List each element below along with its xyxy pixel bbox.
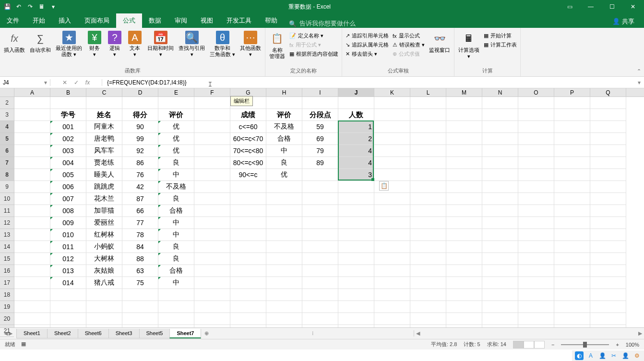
cell-E3[interactable]: 评价 <box>158 109 194 121</box>
cell-D3[interactable]: 得分 <box>122 109 158 121</box>
scroll-right-button[interactable]: ▶ <box>638 330 642 337</box>
cell-B19[interactable] <box>50 301 86 313</box>
cell-D19[interactable] <box>122 301 158 313</box>
zoom-slider[interactable] <box>561 344 609 345</box>
cell-Q2[interactable] <box>590 97 626 109</box>
tab-formulas[interactable]: 公式 <box>116 13 142 28</box>
cell-E11[interactable]: 合格 <box>158 205 194 217</box>
cell-O5[interactable] <box>518 133 554 145</box>
cell-P21[interactable] <box>554 325 590 327</box>
cell-E14[interactable]: 良 <box>158 241 194 253</box>
cell-P14[interactable] <box>554 241 590 253</box>
tab-layout[interactable]: 页面布局 <box>78 13 116 28</box>
cell-H7[interactable]: 良 <box>266 157 302 169</box>
cell-I12[interactable] <box>302 217 338 229</box>
normal-view-button[interactable] <box>513 341 524 349</box>
expand-formula-bar[interactable]: ▾ <box>634 79 644 86</box>
row-header-19[interactable]: 19 <box>0 301 14 313</box>
cell-Q20[interactable] <box>590 313 626 325</box>
cell-C19[interactable] <box>86 301 122 313</box>
cell-C9[interactable]: 跳跳虎 <box>86 181 122 193</box>
cell-F12[interactable] <box>194 217 230 229</box>
cell-J18[interactable] <box>338 289 374 301</box>
sheet-tab-sheet1[interactable]: Sheet1 <box>16 329 48 338</box>
col-header-F[interactable]: F <box>194 88 230 96</box>
cell-J2[interactable] <box>338 97 374 109</box>
col-header-D[interactable]: D <box>122 88 158 96</box>
cell-J6[interactable]: 4 <box>338 145 374 157</box>
cell-L21[interactable] <box>410 325 446 327</box>
cell-E18[interactable] <box>158 289 194 301</box>
col-header-P[interactable]: P <box>554 88 590 96</box>
cell-E21[interactable] <box>158 325 194 327</box>
tab-review[interactable]: 审阅 <box>168 13 194 28</box>
cell-Q3[interactable] <box>590 109 626 121</box>
cell-H12[interactable] <box>266 217 302 229</box>
cell-I3[interactable]: 分段点 <box>302 109 338 121</box>
cell-C10[interactable]: 花木兰 <box>86 193 122 205</box>
cell-Q17[interactable] <box>590 277 626 289</box>
cell-K21[interactable] <box>374 325 410 327</box>
cell-N12[interactable] <box>482 217 518 229</box>
cell-I11[interactable] <box>302 205 338 217</box>
cell-I10[interactable] <box>302 193 338 205</box>
trace-dependents-button[interactable]: ↘ 追踪从属单元格 <box>344 41 390 49</box>
cell-H10[interactable] <box>266 193 302 205</box>
cell-M17[interactable] <box>446 277 482 289</box>
cell-D7[interactable]: 86 <box>122 157 158 169</box>
cell-L18[interactable] <box>410 289 446 301</box>
cell-G15[interactable] <box>230 253 266 265</box>
cell-O18[interactable] <box>518 289 554 301</box>
cell-O3[interactable] <box>518 109 554 121</box>
cell-F3[interactable] <box>194 109 230 121</box>
row-header-2[interactable]: 2 <box>0 97 14 109</box>
cell-J14[interactable] <box>338 241 374 253</box>
cell-E16[interactable]: 合格 <box>158 265 194 277</box>
cell-L4[interactable] <box>410 121 446 133</box>
cell-F18[interactable] <box>194 289 230 301</box>
cell-L12[interactable] <box>410 217 446 229</box>
cell-J4[interactable]: 1 <box>338 121 374 133</box>
name-box[interactable]: J4▾ <box>0 79 50 86</box>
cell-D17[interactable]: 75 <box>122 277 158 289</box>
cell-N15[interactable] <box>482 253 518 265</box>
cell-F2[interactable] <box>194 97 230 109</box>
redo-button[interactable]: ↷ <box>25 1 36 12</box>
formula-input[interactable]: {=FREQUENCY(D4:D17,I4:I8)}𝙸 <box>102 79 634 86</box>
cell-G20[interactable] <box>230 313 266 325</box>
name-manager-button[interactable]: 📋名称 管理器 <box>267 30 287 60</box>
cell-G6[interactable]: 70<=c<80 <box>230 145 266 157</box>
cell-C4[interactable]: 阿童木 <box>86 121 122 133</box>
cell-J12[interactable] <box>338 217 374 229</box>
cell-B18[interactable] <box>50 289 86 301</box>
row-header-14[interactable]: 14 <box>0 241 14 253</box>
cell-L2[interactable] <box>410 97 446 109</box>
cell-M6[interactable] <box>446 145 482 157</box>
cell-H2[interactable] <box>266 97 302 109</box>
cell-I6[interactable]: 79 <box>302 145 338 157</box>
calc-button[interactable]: 🖩 <box>36 1 47 12</box>
trace-precedents-button[interactable]: ↗ 追踪引用单元格 <box>344 32 390 40</box>
cell-Q4[interactable] <box>590 121 626 133</box>
cell-B2[interactable] <box>50 97 86 109</box>
cell-I18[interactable] <box>302 289 338 301</box>
tell-me-search[interactable]: 🔍 告诉我你想要做什么 <box>289 19 356 28</box>
cell-M10[interactable] <box>446 193 482 205</box>
cell-G10[interactable] <box>230 193 266 205</box>
cell-N16[interactable] <box>482 265 518 277</box>
cell-Q18[interactable] <box>590 289 626 301</box>
cell-D5[interactable]: 99 <box>122 133 158 145</box>
cell-O4[interactable] <box>518 121 554 133</box>
cell-C11[interactable]: 加菲猫 <box>86 205 122 217</box>
define-name-button[interactable]: 📝 定义名称 ▾ <box>288 32 340 40</box>
cell-O11[interactable] <box>518 205 554 217</box>
cell-J16[interactable] <box>338 265 374 277</box>
cell-K3[interactable] <box>374 109 410 121</box>
row-header-5[interactable]: 5 <box>0 133 14 145</box>
cell-L14[interactable] <box>410 241 446 253</box>
cell-E5[interactable]: 优 <box>158 133 194 145</box>
cell-G5[interactable]: 60<=c<70 <box>230 133 266 145</box>
cell-L17[interactable] <box>410 277 446 289</box>
cell-N8[interactable] <box>482 169 518 181</box>
cell-M12[interactable] <box>446 217 482 229</box>
